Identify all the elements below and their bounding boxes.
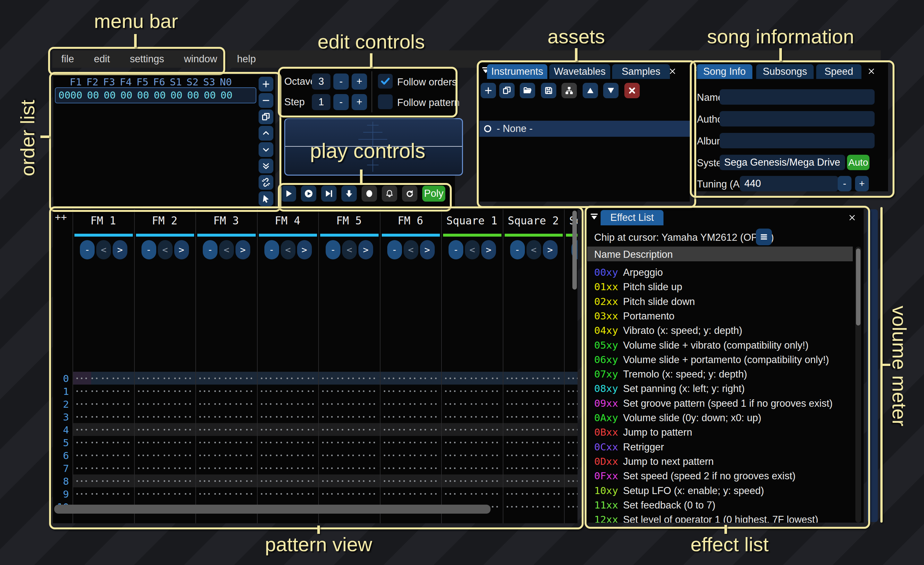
effect-row[interactable]: 0FxxSet speed (speed 2 if no grooves exi… [587,469,853,483]
playback-play-from-cursor-button[interactable] [321,186,336,201]
playback-step-row-button[interactable] [341,186,357,201]
pattern-cell[interactable] [384,449,441,461]
order-duplicate-button[interactable] [259,110,273,124]
assets-toggle-folders-button[interactable] [561,83,577,98]
pattern-cell[interactable] [445,423,502,436]
pattern-cell[interactable] [322,410,379,423]
shrink-channel-button[interactable]: < [404,240,418,259]
step-increment-button[interactable]: + [352,94,367,110]
pattern-cell[interactable] [445,372,502,385]
octave-decrement-button[interactable]: - [333,74,349,90]
effect-list-menu-button[interactable] [756,228,772,245]
pattern-cell[interactable] [384,410,441,423]
channel-name-6[interactable]: FM 6 [380,215,441,227]
pattern-cell[interactable] [507,372,564,385]
pattern-cell[interactable] [199,449,256,461]
channel-name-1[interactable]: FM 1 [72,215,134,227]
pattern-cell[interactable] [507,397,564,410]
pattern-cell[interactable] [568,475,578,487]
pattern-cell[interactable] [261,410,318,423]
pattern-cell[interactable] [384,423,441,436]
pattern-cell[interactable] [138,410,195,423]
song-tab-song-info[interactable]: Song Info [696,64,752,79]
pattern-cell[interactable] [384,397,441,410]
pattern-cell[interactable] [199,372,256,385]
pattern-cell[interactable] [261,461,318,475]
assets-add-button[interactable] [481,83,496,98]
expand-channel-button[interactable]: > [112,240,128,259]
pattern-cell[interactable] [445,461,502,475]
shrink-channel-button[interactable]: < [465,240,480,259]
assets-open-button[interactable] [520,83,535,98]
system-field[interactable]: Sega Genesis/Mega Drive [720,155,845,170]
pattern-cell[interactable] [76,385,134,397]
collapse-channel-button[interactable]: - [203,240,218,259]
effect-row[interactable]: 0DxxJump to next pattern [587,454,853,469]
assets-duplicate-button[interactable] [499,83,514,98]
system-auto-button[interactable]: Auto [847,155,870,170]
order-move-to-bottom-button[interactable] [259,159,273,173]
pattern-cell[interactable] [138,487,195,500]
pattern-cell[interactable] [568,487,578,500]
assets-tab-samples[interactable]: Samples [612,64,670,79]
effect-row[interactable]: 09xxSet groove pattern (speed 1 if no gr… [587,396,853,410]
order-cell[interactable]: 00 [101,89,118,101]
effect-row[interactable]: 0CxxRetrigger [587,440,853,454]
follow-pattern-checkbox[interactable] [378,95,393,109]
shrink-channel-button[interactable]: < [342,240,357,259]
expand-channel-button[interactable]: > [174,240,189,259]
assets-tab-instruments[interactable]: Instruments [487,64,548,79]
collapse-channel-button[interactable]: - [80,240,94,259]
pattern-cell[interactable] [138,449,195,461]
pattern-cell[interactable] [568,385,578,397]
pattern-cell[interactable] [507,475,564,487]
pattern-cell[interactable] [445,385,502,397]
effect-list-scrollbar[interactable] [856,248,861,326]
name-field[interactable] [720,89,874,105]
order-cell[interactable]: 00 [218,89,235,101]
assets-delete-button[interactable] [624,83,640,98]
pattern-cell[interactable] [199,410,256,423]
pattern-cell[interactable] [507,385,564,397]
pattern-cell[interactable] [199,385,256,397]
pattern-cell[interactable] [261,423,318,436]
expand-channel-button[interactable]: > [420,240,435,259]
channel-name-2[interactable]: FM 2 [134,215,196,227]
order-cell[interactable]: 00 [68,89,85,101]
pattern-cell[interactable] [76,372,134,385]
effect-row[interactable]: 11xxSet feedback (0 to 7) [587,498,853,512]
effect-row[interactable]: 08xySet panning (x: left; y: right) [587,382,853,396]
order-cell[interactable]: 00 [118,89,135,101]
order-move-up-button[interactable] [259,126,273,141]
channel-name-8[interactable]: Square 2 [503,215,564,227]
order-unlink-button[interactable] [259,175,273,190]
pattern-cell[interactable] [507,500,564,513]
pattern-cell[interactable] [384,385,441,397]
pattern-cell[interactable] [322,385,379,397]
order-remove-button[interactable] [259,93,273,108]
order-cell[interactable]: 00 [185,89,201,101]
pattern-cell[interactable] [384,436,441,449]
collapse-channel-button[interactable]: - [326,240,340,259]
channel-name-7[interactable]: Square 1 [441,215,503,227]
follow-orders-checkbox[interactable] [378,74,393,89]
pattern-cell[interactable] [445,475,502,487]
effect-list-collapse-button[interactable] [590,212,598,221]
pattern-cell[interactable] [261,397,318,410]
pattern-cell[interactable] [568,372,578,385]
assets-move-up-button[interactable] [583,83,598,98]
pattern-cell[interactable] [76,487,134,500]
pattern-cell[interactable] [507,487,564,500]
pattern-cell[interactable] [199,461,256,475]
poly-button[interactable]: Poly [422,186,446,201]
album-field[interactable] [720,133,874,148]
shrink-channel-button[interactable]: < [96,240,111,259]
order-cell[interactable]: 00 [201,89,218,101]
pattern-cell[interactable] [261,487,318,500]
effect-row[interactable]: 02xxPitch slide down [587,295,853,309]
pattern-cell[interactable] [76,461,134,475]
order-row[interactable]: 0000000000000000000000 [55,87,256,104]
menu-item-window[interactable]: window [184,53,217,65]
pattern-cell[interactable] [199,436,256,449]
pattern-cell[interactable] [199,423,256,436]
